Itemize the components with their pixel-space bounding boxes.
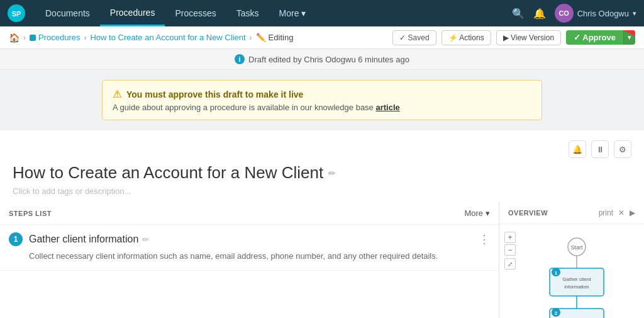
breadcrumb-separator-2: › [84,33,86,42]
svg-text:Gather client: Gather client [562,276,591,282]
logo-icon: SP [8,4,25,22]
zoom-in-button[interactable]: + [504,232,516,243]
breadcrumb-bar: 🏠 › Procedures › How to Create an Accoun… [0,26,644,49]
draft-banner: i Draft edited by Chris Odogwu 6 minutes… [0,49,644,70]
svg-text:2: 2 [555,310,558,316]
view-version-button[interactable]: ▶ View Version [496,30,562,45]
procedures-tag-icon [30,35,36,41]
bell-icon-button[interactable]: 🔔 [569,140,586,158]
chevron-down-icon-user: ▾ [633,9,636,18]
step-num-title: 1 Gather client information ✏ [9,232,149,246]
search-button[interactable]: 🔍 [512,8,525,20]
bottom-panels: STEPS LIST More ▾ 1 Gather client inform… [0,202,644,318]
content-wrapper: ⚠ You must approve this draft to make it… [0,70,644,318]
approve-dropdown-button[interactable]: ▾ [623,30,635,45]
steps-list-title: STEPS LIST [9,210,52,217]
svg-text:information: information [564,284,589,290]
warning-article-link[interactable]: article [375,103,399,112]
breadcrumb-procedure-name[interactable]: How to Create an Account for a New Clien… [90,33,245,42]
zoom-controls: + − ⤢ [504,232,516,270]
nav-procedures[interactable]: Procedures [100,0,165,26]
flow-diagram-svg: Start 1 Gather client information [523,236,630,318]
home-icon[interactable]: 🏠 [9,33,19,43]
draft-text: Draft edited by Chris Odogwu 6 minutes a… [248,55,409,64]
settings-icon-button[interactable]: ⚙ [614,140,631,158]
warning-title: ⚠ You must approve this draft to make it… [113,88,531,100]
chevron-down-icon: ▾ [301,8,306,18]
steps-more-button[interactable]: More ▾ [464,208,490,218]
notification-button[interactable]: 🔔 [533,8,546,20]
approve-button[interactable]: ✓ Approve [566,30,623,45]
svg-text:SP: SP [12,10,21,18]
title-edit-icon[interactable]: ✏ [328,168,336,178]
logo-area: SP [8,4,25,22]
nav-processes[interactable]: Processes [165,0,226,26]
edit-pencil-icon: ✏️ [256,33,266,42]
info-icon: i [235,54,245,64]
zoom-out-button[interactable]: − [504,244,516,256]
warning-section: ⚠ You must approve this draft to make it… [0,70,644,120]
step-menu-icon[interactable]: ⋮ [479,232,490,246]
flow-diagram: Start 1 Gather client information [523,229,639,318]
step-description: Collect necessary client information suc… [9,250,490,263]
step-number-badge: 1 [9,232,23,246]
nav-links: Documents Procedures Processes Tasks Mor… [35,0,512,26]
warning-box: ⚠ You must approve this draft to make it… [102,80,542,120]
step-title: Gather client information ✏ [29,234,149,245]
step-edit-icon[interactable]: ✏ [142,235,149,244]
warning-icon: ⚠ [113,88,121,100]
table-row: 1 Gather client information ✏ ⋮ Collect … [0,225,499,271]
nav-documents[interactable]: Documents [35,0,100,26]
overview-actions: print ✕ ▶ [599,208,635,217]
overview-header: OVERVIEW print ✕ ▶ [499,202,644,224]
breadcrumb-separator-1: › [23,33,26,42]
steps-panel: STEPS LIST More ▾ 1 Gather client inform… [0,202,499,318]
overview-print-link[interactable]: print [599,208,613,217]
procedure-title: How to Create an Account for a New Clien… [13,163,631,183]
overview-canvas: + − ⤢ Start [499,224,644,318]
svg-text:1: 1 [555,270,558,276]
nav-right: 🔍 🔔 CO Chris Odogwu ▾ [512,4,636,23]
breadcrumb-actions: ✓ Saved ⚡ Actions ▶ View Version ✓ Appro… [392,30,635,45]
saved-button[interactable]: ✓ Saved [392,30,436,45]
nav-more[interactable]: More ▾ [269,0,316,26]
overview-title: OVERVIEW [508,209,548,217]
chevron-down-steps-icon: ▾ [486,208,490,218]
procedure-description[interactable]: Click to add tags or description... [13,186,631,196]
warning-desc: A guide about approving a procedure is a… [113,103,531,112]
page-wrapper: SP Documents Procedures Processes Tasks … [0,0,644,318]
nav-tasks[interactable]: Tasks [226,0,269,26]
pause-icon-button[interactable]: ⏸ [591,140,609,158]
actions-button[interactable]: ⚡ Actions [441,30,491,45]
breadcrumb-procedures[interactable]: Procedures [30,33,80,42]
avatar: CO [555,4,574,23]
procedure-icons-row: 🔔 ⏸ ⚙ [13,140,631,158]
breadcrumb-editing: ✏️ Editing [256,33,294,42]
top-nav: SP Documents Procedures Processes Tasks … [0,0,644,26]
overview-expand-icon[interactable]: ▶ [630,208,635,217]
procedure-header: 🔔 ⏸ ⚙ How to Create an Account for a New… [0,130,644,202]
approve-button-group: ✓ Approve ▾ [566,30,635,45]
step-item-header: 1 Gather client information ✏ ⋮ [9,232,490,246]
overview-close-icon[interactable]: ✕ [618,208,625,217]
breadcrumb-separator-3: › [250,33,252,42]
svg-text:Start: Start [570,244,583,251]
steps-header: STEPS LIST More ▾ [0,202,499,225]
user-menu[interactable]: CO Chris Odogwu ▾ [555,4,636,23]
expand-button[interactable]: ⤢ [504,258,516,270]
overview-panel: OVERVIEW print ✕ ▶ + − ⤢ [499,202,644,318]
user-name: Chris Odogwu [577,9,629,18]
